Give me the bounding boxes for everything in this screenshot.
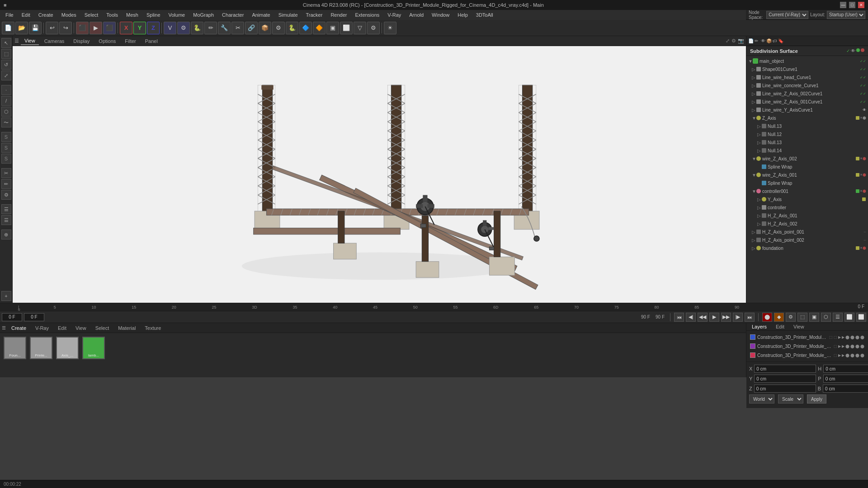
- tree-item-shape001[interactable]: ▷ Shape001Curve1 ✓ ✓: [746, 65, 868, 73]
- tool-snap[interactable]: ⊕: [1, 230, 11, 239]
- toolbar-vray-icon2[interactable]: ⚙: [177, 22, 190, 34]
- record-button[interactable]: ⬤: [762, 313, 772, 322]
- toolbar-render-region[interactable]: ⬛: [76, 22, 89, 34]
- menu-spline[interactable]: Spline: [143, 11, 164, 19]
- world-select[interactable]: World: [749, 394, 774, 404]
- anim-settings7[interactable]: ⬜: [856, 313, 866, 322]
- go-end-button[interactable]: ⏭: [745, 313, 755, 322]
- tab-view[interactable]: View: [72, 324, 90, 332]
- tool-s3[interactable]: S: [1, 154, 11, 164]
- tree-item-splinewrap1[interactable]: Spline Wrap: [746, 163, 868, 171]
- node-space-select[interactable]: Current (V-Ray): [766, 11, 808, 19]
- tab-layers-edit[interactable]: Edit: [772, 323, 788, 330]
- tab-filter[interactable]: Filter: [121, 38, 139, 45]
- y-input[interactable]: [754, 375, 816, 383]
- menu-edit[interactable]: Edit: [18, 11, 34, 19]
- tab-vray[interactable]: V-Ray: [32, 324, 52, 332]
- menu-extensions[interactable]: Extensions: [351, 11, 383, 19]
- menu-select[interactable]: Select: [81, 11, 102, 19]
- mat-hamburger[interactable]: ☰: [2, 325, 6, 330]
- anim-settings2[interactable]: ⬚: [797, 313, 807, 322]
- minimize-button[interactable]: —: [840, 2, 846, 8]
- menu-volume[interactable]: Volume: [165, 11, 189, 19]
- mat-swatch-printe[interactable]: Printe...: [30, 337, 52, 359]
- viewport-settings[interactable]: ⚙: [731, 38, 736, 44]
- tool-magnet[interactable]: ⚙: [1, 190, 11, 200]
- tab-texture[interactable]: Texture: [141, 324, 165, 332]
- toolbar-render[interactable]: ▶: [90, 22, 102, 34]
- tree-item-null13b[interactable]: ▷ Null.13: [746, 138, 868, 146]
- layer-geometry[interactable]: Construction_3D_Printer_Module_Rigged_Ge…: [748, 333, 866, 342]
- anim-settings1[interactable]: ⚙: [786, 313, 796, 322]
- toolbar-icon6[interactable]: ✂: [231, 22, 244, 34]
- anim-settings3[interactable]: ▣: [809, 313, 819, 322]
- prev-keyframe-button[interactable]: ◀|: [686, 313, 696, 322]
- menu-v-ray[interactable]: V-Ray: [384, 11, 405, 19]
- tree-item-wirezaxis001[interactable]: ▼ wire_Z_Axis_001 ✕ ⬤: [746, 171, 868, 179]
- maximize-button[interactable]: □: [849, 2, 855, 8]
- tool-s1[interactable]: S: [1, 132, 11, 142]
- object-icon[interactable]: 📦: [766, 38, 772, 43]
- toolbar-render-view[interactable]: ⬛: [103, 22, 116, 34]
- tab-cameras[interactable]: Cameras: [41, 38, 68, 45]
- tool-knife[interactable]: ✂: [1, 168, 11, 178]
- toolbar-new[interactable]: 📄: [2, 22, 14, 34]
- tree-item-lineconcrete[interactable]: ▷ Line_wire_concrete_Curve1 ✓ ✓: [746, 81, 868, 89]
- toolbar-icon15[interactable]: ▽: [354, 22, 366, 34]
- p-input[interactable]: [823, 375, 868, 383]
- menu-tracker[interactable]: Tracker: [302, 11, 326, 19]
- menu-animate[interactable]: Animate: [248, 11, 274, 19]
- menu-3dtoall[interactable]: 3DToAll: [472, 11, 497, 19]
- tab-panel[interactable]: Panel: [142, 38, 161, 45]
- tree-item-lineyaxis[interactable]: ▷ Line_wire_Y_AxisCurve1 👁: [746, 106, 868, 114]
- menu-character[interactable]: Character: [218, 11, 247, 19]
- file-icon[interactable]: 📄: [748, 38, 754, 43]
- menu-mograph[interactable]: MoGraph: [189, 11, 217, 19]
- menu-create[interactable]: Create: [35, 11, 57, 19]
- tab-view[interactable]: View: [21, 37, 39, 45]
- tab-layers[interactable]: Layers: [748, 323, 770, 330]
- tool-layers[interactable]: ☰: [1, 204, 11, 214]
- tree-item-hzpoint002[interactable]: ▷ H_Z_Axis_point_002 ···: [746, 236, 868, 244]
- bookmarks-icon[interactable]: 🔖: [778, 38, 783, 43]
- toolbar-icon16[interactable]: ⚙: [367, 22, 380, 34]
- apply-button[interactable]: Apply: [807, 394, 826, 404]
- tab-display[interactable]: Display: [70, 38, 93, 45]
- toolbar-y-axis[interactable]: Y: [133, 22, 146, 34]
- layer-helpers[interactable]: Construction_3D_Printer_Module_Rigged_He…: [748, 351, 866, 360]
- toolbar-redo[interactable]: ↪: [59, 22, 72, 34]
- toolbar-icon14[interactable]: ⬜: [340, 22, 353, 34]
- next-keyframe-button[interactable]: |▶: [733, 313, 743, 322]
- tree-item-linewire001[interactable]: ▷ Line_wire_Z_Axis_001Curve1 ✓ ✓: [746, 98, 868, 106]
- layout-select[interactable]: Startup (User): [827, 11, 865, 19]
- toolbar-icon5[interactable]: 🔧: [218, 22, 231, 34]
- tree-item-null14[interactable]: ▷ Null.14: [746, 146, 868, 155]
- tree-item-zaxis[interactable]: ▼ Z_Axis ✕ ⬤: [746, 114, 868, 122]
- anim-settings5[interactable]: ☰: [833, 313, 843, 322]
- tool-add[interactable]: +: [1, 291, 11, 301]
- b-input[interactable]: [823, 385, 868, 393]
- toolbar-icon17[interactable]: ☀: [384, 22, 396, 34]
- tool-edge[interactable]: /: [1, 96, 11, 106]
- play-reverse-button[interactable]: ◀◀: [698, 313, 708, 322]
- tree-item-controller001[interactable]: ▼ controller001 ✕ ⬤: [746, 187, 868, 195]
- tree-item-null12[interactable]: ▷ Null.12: [746, 130, 868, 138]
- menu-render[interactable]: Render: [327, 11, 350, 19]
- toolbar-icon11[interactable]: 🔷: [299, 22, 312, 34]
- tree-item-linewirehead[interactable]: ▷ Line_wire_head_Curve1 ✓ ✓: [746, 73, 868, 81]
- toolbar-icon10[interactable]: 🐍: [286, 22, 298, 34]
- tree-item-controller[interactable]: ▷ controller: [746, 203, 868, 211]
- frame-start-input[interactable]: 0 F: [2, 313, 22, 321]
- frame-current-input[interactable]: [24, 313, 44, 321]
- tab-material[interactable]: Material: [114, 324, 139, 332]
- menu-arnold[interactable]: Arnold: [406, 11, 427, 19]
- tool-move[interactable]: ↖: [1, 38, 11, 48]
- toolbar-x-axis[interactable]: X: [120, 22, 132, 34]
- toolbar-icon8[interactable]: 📦: [259, 22, 271, 34]
- toolbar-undo[interactable]: ↩: [46, 22, 58, 34]
- play-button[interactable]: ▶: [709, 313, 719, 322]
- toolbar-icon4[interactable]: ✏: [204, 22, 217, 34]
- toolbar-open[interactable]: 📂: [15, 22, 28, 34]
- tool-brush[interactable]: ✏: [1, 179, 11, 189]
- toolbar-icon12[interactable]: 🔶: [313, 22, 326, 34]
